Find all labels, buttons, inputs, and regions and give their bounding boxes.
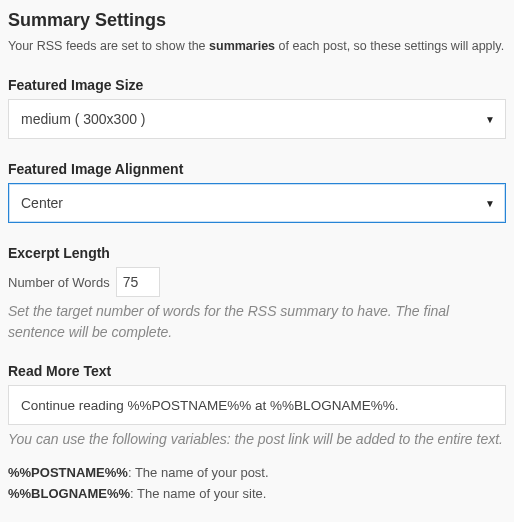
words-input[interactable] xyxy=(116,267,160,297)
section-title: Summary Settings xyxy=(8,10,506,31)
intro-text: Your RSS feeds are set to show the summa… xyxy=(8,39,506,53)
intro-post: of each post, so these settings will app… xyxy=(275,39,504,53)
readmore-label: Read More Text xyxy=(8,363,506,379)
image-size-label: Featured Image Size xyxy=(8,77,506,93)
var-postname-desc: : The name of your post. xyxy=(128,465,269,480)
excerpt-length-label: Excerpt Length xyxy=(8,245,506,261)
image-align-label: Featured Image Alignment xyxy=(8,161,506,177)
image-size-value: medium ( 300x300 ) xyxy=(21,111,146,127)
intro-bold: summaries xyxy=(209,39,275,53)
var-blogname-desc: : The name of your site. xyxy=(130,486,266,501)
readmore-help: You can use the following variables: the… xyxy=(8,431,506,447)
words-label: Number of Words xyxy=(8,275,110,290)
excerpt-help: Set the target number of words for the R… xyxy=(8,301,506,343)
chevron-down-icon: ▼ xyxy=(485,198,495,209)
var-postname-key: %%POSTNAME%% xyxy=(8,465,128,480)
chevron-down-icon: ▼ xyxy=(485,114,495,125)
var-blogname: %%BLOGNAME%%: The name of your site. xyxy=(8,486,506,501)
intro-pre: Your RSS feeds are set to show the xyxy=(8,39,209,53)
var-blogname-key: %%BLOGNAME%% xyxy=(8,486,130,501)
image-align-value: Center xyxy=(21,195,63,211)
var-postname: %%POSTNAME%%: The name of your post. xyxy=(8,465,506,480)
image-size-select[interactable]: medium ( 300x300 ) ▼ xyxy=(8,99,506,139)
readmore-input[interactable] xyxy=(8,385,506,425)
image-align-select[interactable]: Center ▼ xyxy=(8,183,506,223)
